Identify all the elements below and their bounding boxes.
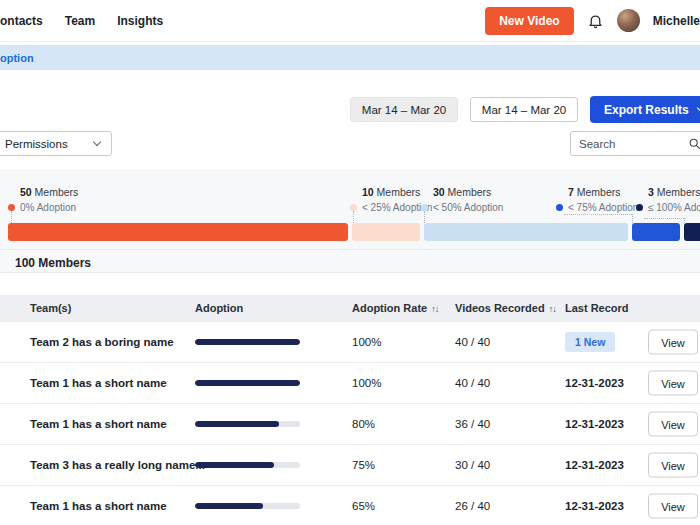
search-box — [570, 131, 700, 156]
divider — [0, 249, 700, 250]
adoption-progress-fill — [195, 380, 300, 386]
tab-bar: option — [0, 45, 700, 70]
last-record-date: 12-31-2023 — [565, 459, 624, 471]
bar-segment-0pct — [8, 223, 348, 241]
col-teams: Team(s) — [30, 295, 71, 322]
videos-recorded-value: 40 / 40 — [455, 377, 490, 389]
bar-segment-25pct — [352, 223, 420, 241]
adoption-rate-value: 80% — [352, 418, 375, 430]
legend-item-100pct: 3 Members ≤ 100% Adoption — [636, 186, 700, 213]
chevron-down-icon — [93, 138, 101, 146]
permissions-select[interactable]: Permissions — [0, 131, 112, 156]
total-members-label: 100 Members — [15, 256, 91, 270]
view-button[interactable]: View — [648, 453, 698, 478]
adoption-distribution-chart: 50 Members 0% Adoption 10 Members < 25% … — [0, 170, 700, 273]
legend-connector — [644, 218, 684, 219]
col-videos-recorded-label: Videos Recorded — [455, 302, 545, 314]
permissions-select-label: Permissions — [5, 138, 68, 150]
legend-count: 30 — [433, 186, 445, 198]
tab-adoption[interactable]: option — [0, 52, 34, 64]
adoption-progress-fill — [195, 421, 279, 427]
date-range-button-primary[interactable]: Mar 14 – Mar 20 — [350, 97, 458, 122]
table-row: Team 1 has a short name 100% 40 / 40 12-… — [0, 363, 700, 404]
legend-dot — [421, 204, 428, 211]
col-videos-recorded[interactable]: Videos Recorded↑↓ — [455, 295, 556, 323]
adoption-progress-fill — [195, 503, 263, 509]
videos-recorded-value: 26 / 40 — [455, 500, 490, 512]
videos-recorded-value: 40 / 40 — [455, 336, 490, 348]
search-input[interactable] — [579, 138, 688, 150]
team-name: Team 1 has a short name — [30, 418, 167, 430]
avatar[interactable] — [617, 9, 640, 32]
adoption-progress-fill — [195, 339, 300, 345]
nav-item-contacts[interactable]: ontacts — [0, 14, 43, 28]
legend-item-0pct: 50 Members 0% Adoption — [8, 186, 78, 213]
view-button[interactable]: View — [648, 330, 698, 355]
team-name: Team 1 has a short name — [30, 500, 167, 512]
new-video-button[interactable]: New Video — [485, 7, 573, 35]
legend-count: 10 — [362, 186, 374, 198]
export-results-button[interactable]: Export Results — [590, 96, 700, 123]
table-row: Team 2 has a boring name 100% 40 / 40 1 … — [0, 322, 700, 363]
notification-bell-icon[interactable] — [587, 12, 604, 30]
view-button[interactable]: View — [648, 371, 698, 396]
legend-unit: Members — [657, 186, 700, 198]
adoption-rate-value: 65% — [352, 500, 375, 512]
legend-connector — [424, 211, 425, 223]
table-header: Team(s) Adoption Adoption Rate↑↓ Videos … — [0, 295, 700, 322]
legend-count: 50 — [20, 186, 32, 198]
date-range-button-secondary[interactable]: Mar 14 – Mar 20 — [470, 97, 578, 122]
team-name: Team 2 has a boring name — [30, 336, 174, 348]
new-record-badge[interactable]: 1 New — [565, 332, 615, 352]
search-icon — [688, 137, 700, 150]
legend-item-25pct: 10 Members < 25% Adoption — [350, 186, 432, 213]
team-name: Team 1 has a short name — [30, 377, 167, 389]
export-results-label: Export Results — [604, 103, 689, 117]
top-nav: ontacts Team Insights New Video Michelle — [0, 0, 700, 42]
sort-icon: ↑↓ — [549, 304, 556, 314]
legend-count: 3 — [648, 186, 654, 198]
col-adoption: Adoption — [195, 295, 243, 322]
col-adoption-rate-label: Adoption Rate — [352, 302, 427, 314]
legend-unit: Members — [377, 186, 421, 198]
legend-dot — [8, 204, 15, 211]
table-row: Team 1 has a short name 80% 36 / 40 12-3… — [0, 404, 700, 445]
legend-item-75pct: 7 Members < 75% Adoption — [556, 186, 638, 213]
adoption-progress-bar — [195, 421, 300, 427]
legend-label: 0% Adoption — [20, 202, 76, 213]
main-nav: ontacts Team Insights — [0, 14, 163, 28]
team-name: Team 3 has a really long name... — [30, 459, 205, 471]
last-record-date: 12-31-2023 — [565, 418, 624, 430]
adoption-progress-bar — [195, 339, 300, 345]
legend-connector — [564, 214, 632, 215]
legend-dot — [350, 204, 357, 211]
table-row: Team 1 has a short name 65% 26 / 40 12-3… — [0, 486, 700, 525]
sort-icon: ↑↓ — [431, 304, 438, 314]
teams-table: Team(s) Adoption Adoption Rate↑↓ Videos … — [0, 295, 700, 525]
nav-right: New Video Michelle — [485, 7, 700, 35]
last-record-date: 12-31-2023 — [565, 500, 624, 512]
legend-unit: Members — [35, 186, 79, 198]
legend-connector — [632, 214, 633, 223]
view-button[interactable]: View — [648, 494, 698, 519]
legend-count: 7 — [568, 186, 574, 198]
adoption-rate-value: 75% — [352, 459, 375, 471]
adoption-progress-bar — [195, 462, 300, 468]
user-name[interactable]: Michelle — [653, 14, 700, 28]
adoption-rate-value: 100% — [352, 377, 381, 389]
bar-segment-100pct — [684, 223, 700, 241]
legend-unit: Members — [448, 186, 492, 198]
nav-item-insights[interactable]: Insights — [117, 14, 163, 28]
nav-item-team[interactable]: Team — [65, 14, 95, 28]
col-adoption-rate[interactable]: Adoption Rate↑↓ — [352, 295, 438, 323]
adoption-stacked-bar — [8, 223, 688, 241]
table-row: Team 3 has a really long name... 75% 30 … — [0, 445, 700, 486]
adoption-progress-bar — [195, 503, 300, 509]
view-button[interactable]: View — [648, 412, 698, 437]
bar-segment-50pct — [424, 223, 628, 241]
last-record-date: 12-31-2023 — [565, 377, 624, 389]
videos-recorded-value: 30 / 40 — [455, 459, 490, 471]
videos-recorded-value: 36 / 40 — [455, 418, 490, 430]
legend-dot — [556, 204, 563, 211]
col-last-record: Last Record — [565, 295, 629, 322]
